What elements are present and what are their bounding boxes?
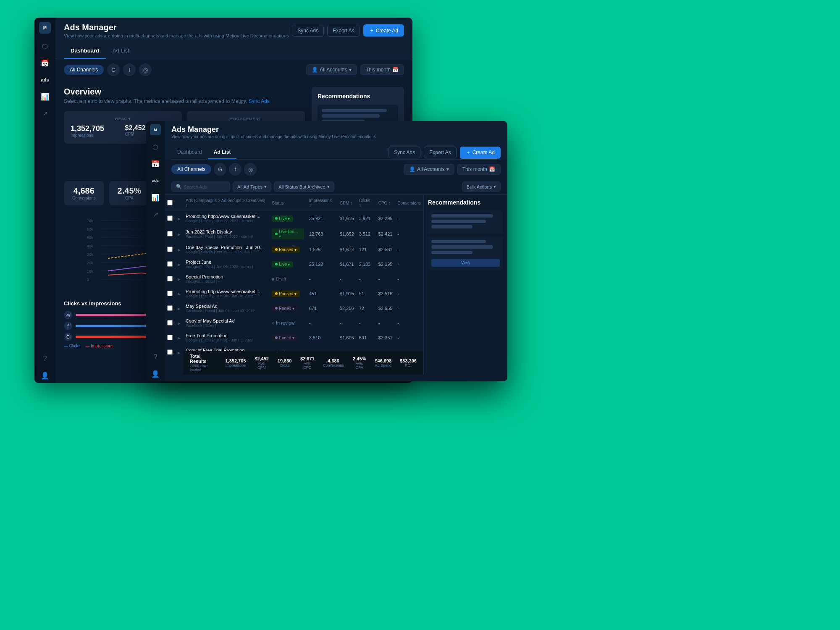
row-cpc: $2,295 — [376, 211, 395, 226]
month-btn-back[interactable]: This month 📅 — [360, 64, 404, 75]
row-clicks: 121 — [357, 242, 376, 257]
cpa-label: CPA — [118, 196, 142, 200]
all-channels-btn-back[interactable]: All Channels — [64, 65, 104, 75]
table-row[interactable]: ▶ Jun 2022 Tech Display Facebook | Post … — [165, 226, 423, 242]
overview-title: Overview — [64, 87, 305, 97]
calendar-icon-back: 📅 — [392, 67, 399, 73]
header-cpm[interactable]: CPM ↕ — [337, 195, 357, 211]
export-button-front[interactable]: Export As — [424, 147, 456, 158]
row-checkbox[interactable] — [167, 215, 173, 221]
header-ads[interactable]: Ads (Campaigns > Ad Groups > Creatives) … — [183, 195, 269, 211]
rec-card-btn[interactable]: View — [431, 259, 500, 267]
export-button-back[interactable]: Export As — [327, 25, 360, 37]
tab-adlist-front[interactable]: Ad List — [208, 146, 237, 159]
tab-dashboard-back[interactable]: Dashboard — [64, 43, 106, 59]
row-checkbox-cell[interactable] — [165, 286, 175, 301]
row-ad-name: Free Trial Promotion Google | Display | … — [183, 331, 269, 345]
row-checkbox[interactable] — [167, 320, 173, 326]
row-checkbox-cell[interactable] — [165, 331, 175, 345]
row-expand: ▶ — [175, 242, 183, 257]
total-cpm: $2,452 Ave. CPM — [254, 356, 269, 370]
header-cpc[interactable]: CPC ↕ — [376, 195, 395, 211]
row-checkbox[interactable] — [167, 261, 173, 267]
legend-impressions: — Impressions — [85, 344, 113, 348]
header-checkbox[interactable] — [165, 195, 175, 211]
cpa-val: 2.45% — [118, 186, 142, 196]
row-checkbox[interactable] — [167, 291, 173, 296]
row-checkbox[interactable] — [167, 276, 173, 281]
accounts-btn-front[interactable]: 👤 All Accounts ▾ — [404, 164, 454, 175]
row-checkbox-cell[interactable] — [165, 272, 175, 286]
engagement-label: ENGAGEMENT — [194, 117, 298, 121]
status-filter[interactable]: All Status But Archived ▾ — [274, 181, 334, 192]
total-label-block: Total Results 20/80 rows loaded — [190, 354, 217, 372]
sync-button-front[interactable]: Sync Ads — [388, 147, 420, 158]
table-row[interactable]: ▶ Promoting http://www.salesmarketi... G… — [165, 211, 423, 226]
row-checkbox-cell[interactable] — [165, 345, 175, 355]
row-checkbox-cell[interactable] — [165, 301, 175, 316]
sidebar-icon-ads-front: ads — [148, 173, 163, 188]
row-cpm: $1,672 — [337, 242, 357, 257]
table-row[interactable]: ▶ Free Trial Promotion Google | Display … — [165, 331, 423, 345]
header-clicks[interactable]: Clicks ↕ — [357, 195, 376, 211]
table-row[interactable]: ▶ Project June Instagram | Post | Jun 05… — [165, 257, 423, 272]
month-btn-front[interactable]: This month 📅 — [457, 164, 501, 175]
facebook-btn-front[interactable]: f — [229, 163, 242, 176]
sync-link[interactable]: Sync Ads — [249, 98, 270, 104]
table-container[interactable]: Ads (Campaigns > Ad Groups > Creatives) … — [165, 195, 423, 354]
accounts-icon: 👤 — [312, 67, 318, 73]
row-impressions: 12,763 — [307, 226, 337, 242]
table-row[interactable]: ▶ One day Special Promotion - Jun 20... … — [165, 242, 423, 257]
row-checkbox[interactable] — [167, 305, 173, 311]
row-checkbox-cell[interactable] — [165, 316, 175, 331]
row-conversions: - — [395, 211, 423, 226]
row-checkbox[interactable] — [167, 349, 173, 355]
create-button-front[interactable]: ＋ Create Ad — [460, 147, 501, 159]
row-status: Paused ▾ — [269, 242, 306, 257]
instagram-icon-btn-back[interactable]: ◎ — [139, 63, 152, 76]
row-clicks: 2,183 — [357, 257, 376, 272]
sidebar-icon-back-front: ⬡ — [148, 139, 163, 155]
app-title-back: Ads Manager — [64, 23, 289, 32]
row-conversions: - — [395, 226, 423, 242]
total-conversions: 4,686 Conversions — [323, 358, 344, 368]
row-checkbox[interactable] — [167, 335, 173, 340]
svg-text:40k: 40k — [87, 244, 93, 248]
row-checkbox[interactable] — [167, 231, 173, 236]
row-checkbox-cell[interactable] — [165, 257, 175, 272]
row-checkbox[interactable] — [167, 247, 173, 252]
tab-adlist-back[interactable]: Ad List — [106, 43, 136, 59]
instagram-btn-front[interactable]: ◎ — [244, 163, 257, 176]
table-row[interactable]: ▶ Special Promotion Instagram | Boost | … — [165, 272, 423, 286]
google-icon-btn-back[interactable]: G — [107, 63, 120, 76]
bulk-actions-btn[interactable]: Bulk Actions ▾ — [462, 181, 501, 192]
facebook-icon-btn-back[interactable]: f — [123, 63, 136, 76]
row-conversions: - — [395, 301, 423, 316]
table-row[interactable]: ▶ May Special Ad Facebook | Boost | Jun … — [165, 301, 423, 316]
row-ad-name: May Special Ad Facebook | Boost | Jun 03… — [183, 301, 269, 316]
header-conversions[interactable]: Conversions — [395, 195, 423, 211]
row-checkbox-cell[interactable] — [165, 211, 175, 226]
header-impressions[interactable]: Impressions ↕ — [307, 195, 337, 211]
sync-button-back[interactable]: Sync Ads — [292, 25, 324, 37]
svg-text:20k: 20k — [87, 261, 93, 265]
ad-types-filter[interactable]: All Ad Types ▾ — [233, 181, 271, 192]
row-conversions: - — [395, 331, 423, 345]
sidebar-icon-calendar: 📅 — [37, 55, 52, 71]
row-impressions: - — [307, 272, 337, 286]
table-row[interactable]: ▶ Copy of May Special Ad Facebook | Stor… — [165, 316, 423, 331]
chevron-adtype: ▾ — [264, 184, 267, 189]
create-button-back[interactable]: ＋ Create Ad — [363, 24, 404, 37]
top-bar-actions-front: Sync Ads Export As ＋ Create Ad — [388, 147, 501, 159]
header-status[interactable]: Status — [269, 195, 306, 211]
sidebar-icon-help: ? — [37, 351, 52, 366]
table-row[interactable]: ▶ Promoting http://www.salesmarketi... G… — [165, 286, 423, 301]
row-checkbox-cell[interactable] — [165, 226, 175, 242]
row-checkbox-cell[interactable] — [165, 242, 175, 257]
select-all-checkbox[interactable] — [167, 200, 173, 205]
all-channels-btn-front[interactable]: All Channels — [171, 164, 211, 174]
google-btn-front[interactable]: G — [214, 163, 226, 176]
accounts-btn-back[interactable]: 👤 All Accounts ▾ — [306, 64, 357, 75]
accounts-icon-front: 👤 — [409, 166, 415, 172]
tab-dashboard-front[interactable]: Dashboard — [171, 146, 208, 159]
